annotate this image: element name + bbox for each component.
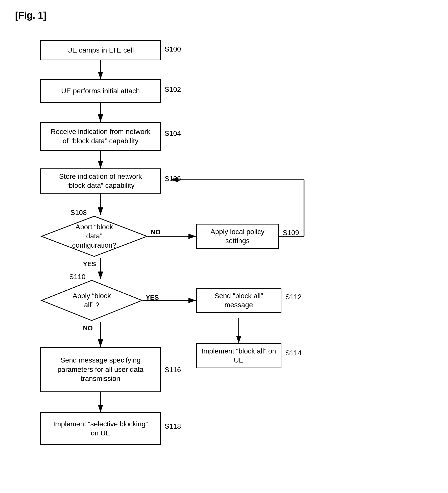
label-s108: S108 [70,209,87,217]
branch-s108-no: NO [151,228,161,236]
label-s106: S106 [165,175,181,183]
label-s109: S109 [283,229,299,237]
diamond-s110: Apply “block all” ? [40,279,143,322]
label-s102: S102 [165,85,181,94]
branch-s110-yes: YES [146,294,159,301]
box-s114: Implement “block all” on UE [196,343,281,368]
label-s118: S118 [165,422,181,430]
box-s116: Send message specifying parameters for a… [40,347,161,392]
box-s118: Implement “selective blocking” on UE [40,412,161,445]
branch-s108-yes: YES [83,260,96,268]
svg-marker-15 [41,280,142,321]
box-s100: UE camps in LTE cell [40,40,161,60]
label-s110: S110 [69,273,85,281]
branch-s110-no: NO [83,324,93,332]
box-s106: Store indication of network “block data”… [40,168,161,194]
diagram-container: UE camps in LTE cell S100 UE performs in… [15,25,437,490]
box-s102: UE performs initial attach [40,79,161,103]
page-title: [Fig. 1] [15,10,46,21]
svg-marker-14 [41,216,147,256]
label-s114: S114 [285,349,302,357]
label-s116: S116 [165,366,181,374]
diamond-s108: Abort “block data” configuration? [40,215,148,258]
box-s112: Send “block all” message [196,288,281,313]
label-s112: S112 [285,293,302,301]
box-s104: Receive indication from network of “bloc… [40,122,161,151]
label-s100: S100 [165,45,181,53]
label-s104: S104 [165,129,181,138]
box-s109: Apply local policy settings [196,224,279,249]
